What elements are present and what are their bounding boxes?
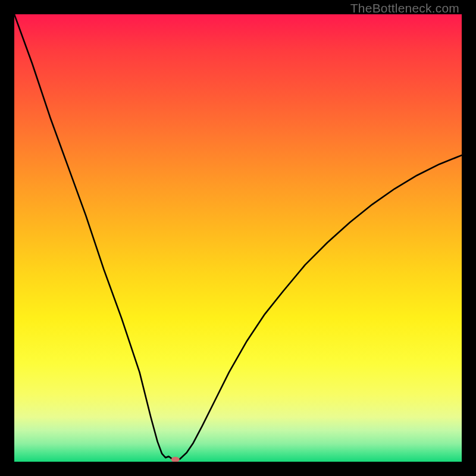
plot-area bbox=[14, 14, 462, 462]
watermark: TheBottleneck.com bbox=[350, 1, 459, 15]
chart-frame: TheBottleneck.com bbox=[0, 0, 476, 476]
